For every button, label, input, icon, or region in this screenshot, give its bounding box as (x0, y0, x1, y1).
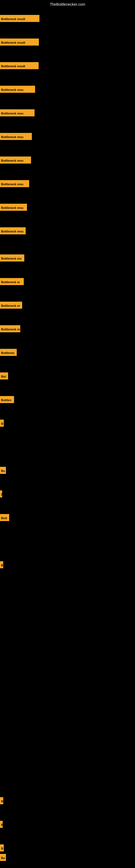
bottleneck-result-label: Bottleneck resu (0, 156, 31, 163)
bottleneck-result-label: B (0, 420, 4, 427)
bottleneck-result-label: B (0, 797, 3, 804)
bottleneck-result-label: Bottleneck resu (0, 109, 35, 116)
bottleneck-result-label: Bottleneck resu (0, 227, 26, 235)
bottleneck-result-label: Bott (0, 514, 9, 521)
bottleneck-result-label: Bo (0, 467, 6, 474)
bottleneck-result-label: B (0, 490, 2, 497)
bottleneck-result-label: Bot (0, 372, 8, 379)
bottleneck-result-label: Bottleneck resu (0, 133, 32, 140)
bottleneck-result-label: Bottleneck result (0, 15, 39, 22)
bottleneck-result-label: Bottleneck re (0, 278, 24, 285)
bottleneck-result-label: Bottleneck resu (0, 86, 35, 93)
bottleneck-result-label: B (0, 821, 3, 828)
bottleneck-result-label: Bottleneck re (0, 325, 20, 332)
bottleneck-result-label: Bottleneck re (0, 302, 22, 309)
bottleneck-result-label: Bottleneck result (0, 62, 39, 69)
bottleneck-result-label: B (0, 844, 4, 851)
bottleneck-result-label: Bottleneck resu (0, 180, 29, 187)
bottleneck-result-label: Bottleneck res (0, 254, 24, 261)
bottleneck-result-label: Bottleneck resu (0, 204, 27, 211)
bottleneck-result-label: Bottlen (0, 396, 14, 403)
site-title: TheBottlenecker.com (0, 0, 135, 9)
bottleneck-result-label: Bottlenec (0, 349, 17, 356)
bottleneck-result-label: B (0, 561, 3, 568)
bottleneck-result-label: Bottleneck result (0, 38, 39, 45)
bottleneck-result-label: Bo (0, 854, 6, 861)
